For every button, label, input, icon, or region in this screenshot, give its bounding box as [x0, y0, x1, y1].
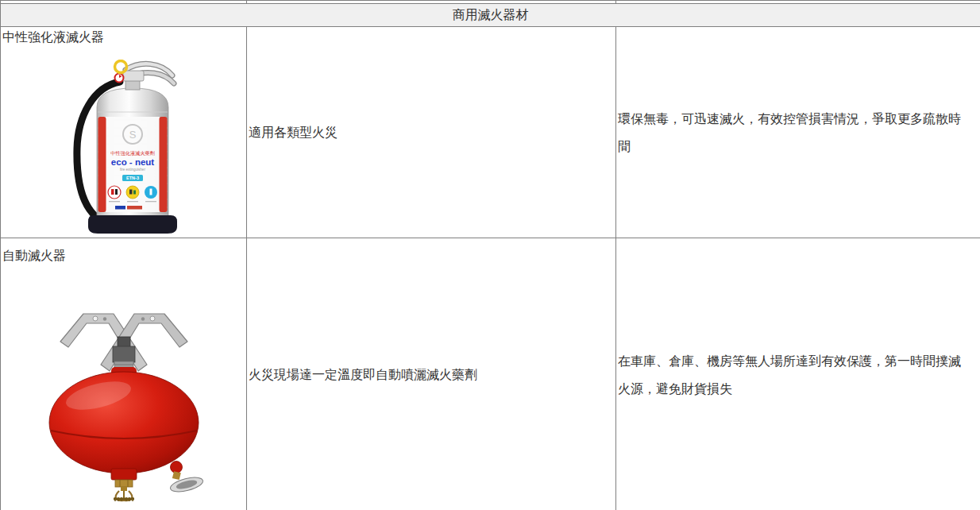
product-cell-name-1: 中性強化液滅火器 [1, 27, 247, 238]
product-usage: 火災現場達一定溫度即自動噴灑滅火藥劑 [247, 366, 615, 384]
product-photo-wrap: S 中性強化液滅火藥劑 eco - neut fire extinguisher… [1, 60, 246, 238]
product-name: 自動滅火器 [1, 245, 246, 264]
product-cell-feature-2: 在車庫、倉庫、機房等無人場所達到有效保護，第一時間撲滅火源，避免財貨損失 [616, 238, 980, 510]
table-row: 中性強化液滅火器 [1, 27, 980, 238]
table-header-row: 商用滅火器材 [1, 4, 980, 27]
product-cell-feature-1: 環保無毒，可迅速滅火，有效控管損害情況，爭取更多疏散時間 [616, 27, 980, 238]
product-cell-usage-2: 火災現場達一定溫度即自動噴灑滅火藥劑 [247, 238, 616, 510]
label-emblem-letter: S [129, 129, 137, 141]
product-usage: 適用各類型火災 [247, 124, 615, 141]
mounting-bracket [60, 314, 187, 371]
base-cup [88, 215, 177, 234]
product-photo-wrap [1, 303, 246, 505]
product-cell-usage-1: 適用各類型火災 [247, 27, 616, 238]
valve-head [115, 61, 175, 91]
sprinkler-head [111, 469, 137, 501]
product-name: 中性強化液滅火器 [1, 27, 246, 45]
red-dome-tank [49, 367, 199, 473]
eco-neut-extinguisher-image: S 中性強化液滅火藥劑 eco - neut fire extinguisher… [50, 60, 197, 234]
valve-body [123, 71, 144, 81]
product-cell-name-2: 自動滅火器 [1, 238, 247, 510]
bracket-nut [113, 346, 135, 362]
table-title: 商用滅火器材 [1, 4, 980, 27]
label-line1: 中性強化液滅火藥劑 [110, 150, 155, 156]
label-brand: eco - neut [111, 157, 154, 167]
label-badge-text: ETN-3 [126, 176, 139, 180]
label-subtitle: fire extinguisher [120, 168, 145, 172]
product-front-label: S 中性強化液滅火藥劑 eco - neut fire extinguisher… [98, 117, 168, 212]
pull-pin-ring [115, 61, 127, 73]
side-valve [168, 461, 203, 494]
label-maker-logo [115, 206, 142, 210]
automatic-extinguisher-image [29, 303, 219, 502]
table-row: 自動滅火器 [1, 238, 980, 510]
product-table: 商用滅火器材 中性強化液滅火器 [0, 0, 980, 510]
page: 商用滅火器材 中性強化液滅火器 [0, 0, 980, 510]
product-feature: 在車庫、倉庫、機房等無人場所達到有效保護，第一時間撲滅火源，避免財貨損失 [616, 347, 974, 403]
product-feature: 環保無毒，可迅速滅火，有效控管損害情況，爭取更多疏散時間 [616, 105, 974, 160]
